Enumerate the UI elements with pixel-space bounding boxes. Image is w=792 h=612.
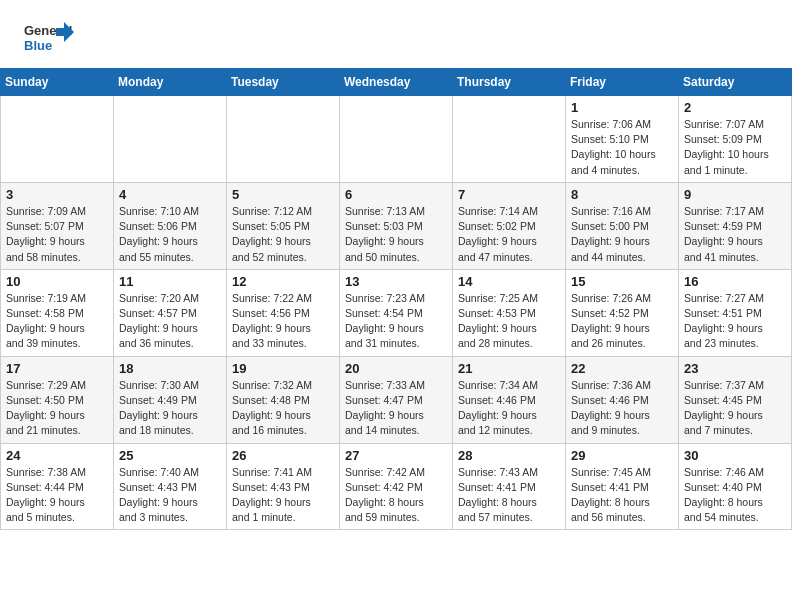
calendar-cell: 2Sunrise: 7:07 AM Sunset: 5:09 PM Daylig… (679, 96, 792, 183)
calendar-cell: 26Sunrise: 7:41 AM Sunset: 4:43 PM Dayli… (227, 443, 340, 530)
day-number: 19 (232, 361, 334, 376)
day-number: 23 (684, 361, 786, 376)
day-info: Sunrise: 7:14 AM Sunset: 5:02 PM Dayligh… (458, 204, 560, 265)
day-number: 5 (232, 187, 334, 202)
calendar-cell: 13Sunrise: 7:23 AM Sunset: 4:54 PM Dayli… (340, 269, 453, 356)
calendar-cell: 24Sunrise: 7:38 AM Sunset: 4:44 PM Dayli… (1, 443, 114, 530)
calendar-cell (114, 96, 227, 183)
day-info: Sunrise: 7:36 AM Sunset: 4:46 PM Dayligh… (571, 378, 673, 439)
logo: GeneralBlue (24, 18, 74, 58)
day-info: Sunrise: 7:09 AM Sunset: 5:07 PM Dayligh… (6, 204, 108, 265)
calendar-week-1: 1Sunrise: 7:06 AM Sunset: 5:10 PM Daylig… (1, 96, 792, 183)
calendar-cell: 20Sunrise: 7:33 AM Sunset: 4:47 PM Dayli… (340, 356, 453, 443)
calendar-week-3: 10Sunrise: 7:19 AM Sunset: 4:58 PM Dayli… (1, 269, 792, 356)
day-info: Sunrise: 7:25 AM Sunset: 4:53 PM Dayligh… (458, 291, 560, 352)
calendar-cell: 21Sunrise: 7:34 AM Sunset: 4:46 PM Dayli… (453, 356, 566, 443)
svg-text:Blue: Blue (24, 38, 52, 53)
day-number: 2 (684, 100, 786, 115)
calendar-table: SundayMondayTuesdayWednesdayThursdayFrid… (0, 68, 792, 530)
day-number: 13 (345, 274, 447, 289)
day-header-wednesday: Wednesday (340, 69, 453, 96)
day-number: 20 (345, 361, 447, 376)
day-info: Sunrise: 7:12 AM Sunset: 5:05 PM Dayligh… (232, 204, 334, 265)
day-info: Sunrise: 7:17 AM Sunset: 4:59 PM Dayligh… (684, 204, 786, 265)
calendar-cell: 7Sunrise: 7:14 AM Sunset: 5:02 PM Daylig… (453, 182, 566, 269)
day-header-monday: Monday (114, 69, 227, 96)
day-number: 4 (119, 187, 221, 202)
day-info: Sunrise: 7:34 AM Sunset: 4:46 PM Dayligh… (458, 378, 560, 439)
calendar-cell (227, 96, 340, 183)
day-number: 12 (232, 274, 334, 289)
calendar-header-row: SundayMondayTuesdayWednesdayThursdayFrid… (1, 69, 792, 96)
calendar-cell: 11Sunrise: 7:20 AM Sunset: 4:57 PM Dayli… (114, 269, 227, 356)
day-info: Sunrise: 7:07 AM Sunset: 5:09 PM Dayligh… (684, 117, 786, 178)
day-header-tuesday: Tuesday (227, 69, 340, 96)
day-number: 22 (571, 361, 673, 376)
calendar-cell: 18Sunrise: 7:30 AM Sunset: 4:49 PM Dayli… (114, 356, 227, 443)
day-number: 28 (458, 448, 560, 463)
day-info: Sunrise: 7:30 AM Sunset: 4:49 PM Dayligh… (119, 378, 221, 439)
calendar-cell: 14Sunrise: 7:25 AM Sunset: 4:53 PM Dayli… (453, 269, 566, 356)
day-info: Sunrise: 7:20 AM Sunset: 4:57 PM Dayligh… (119, 291, 221, 352)
day-info: Sunrise: 7:38 AM Sunset: 4:44 PM Dayligh… (6, 465, 108, 526)
day-info: Sunrise: 7:32 AM Sunset: 4:48 PM Dayligh… (232, 378, 334, 439)
calendar-cell: 22Sunrise: 7:36 AM Sunset: 4:46 PM Dayli… (566, 356, 679, 443)
day-info: Sunrise: 7:33 AM Sunset: 4:47 PM Dayligh… (345, 378, 447, 439)
day-info: Sunrise: 7:29 AM Sunset: 4:50 PM Dayligh… (6, 378, 108, 439)
calendar-cell: 3Sunrise: 7:09 AM Sunset: 5:07 PM Daylig… (1, 182, 114, 269)
calendar-cell: 29Sunrise: 7:45 AM Sunset: 4:41 PM Dayli… (566, 443, 679, 530)
day-number: 1 (571, 100, 673, 115)
day-number: 30 (684, 448, 786, 463)
day-info: Sunrise: 7:10 AM Sunset: 5:06 PM Dayligh… (119, 204, 221, 265)
day-number: 27 (345, 448, 447, 463)
day-info: Sunrise: 7:06 AM Sunset: 5:10 PM Dayligh… (571, 117, 673, 178)
day-number: 6 (345, 187, 447, 202)
logo: GeneralBlue (24, 18, 74, 58)
day-info: Sunrise: 7:22 AM Sunset: 4:56 PM Dayligh… (232, 291, 334, 352)
day-info: Sunrise: 7:45 AM Sunset: 4:41 PM Dayligh… (571, 465, 673, 526)
day-info: Sunrise: 7:43 AM Sunset: 4:41 PM Dayligh… (458, 465, 560, 526)
calendar-cell: 10Sunrise: 7:19 AM Sunset: 4:58 PM Dayli… (1, 269, 114, 356)
calendar-cell: 17Sunrise: 7:29 AM Sunset: 4:50 PM Dayli… (1, 356, 114, 443)
day-number: 17 (6, 361, 108, 376)
day-info: Sunrise: 7:23 AM Sunset: 4:54 PM Dayligh… (345, 291, 447, 352)
day-header-saturday: Saturday (679, 69, 792, 96)
day-info: Sunrise: 7:42 AM Sunset: 4:42 PM Dayligh… (345, 465, 447, 526)
day-info: Sunrise: 7:16 AM Sunset: 5:00 PM Dayligh… (571, 204, 673, 265)
calendar-cell: 25Sunrise: 7:40 AM Sunset: 4:43 PM Dayli… (114, 443, 227, 530)
day-header-thursday: Thursday (453, 69, 566, 96)
day-number: 10 (6, 274, 108, 289)
page-header: GeneralBlue (0, 0, 792, 68)
day-info: Sunrise: 7:40 AM Sunset: 4:43 PM Dayligh… (119, 465, 221, 526)
day-number: 9 (684, 187, 786, 202)
day-info: Sunrise: 7:26 AM Sunset: 4:52 PM Dayligh… (571, 291, 673, 352)
calendar-cell: 1Sunrise: 7:06 AM Sunset: 5:10 PM Daylig… (566, 96, 679, 183)
day-info: Sunrise: 7:46 AM Sunset: 4:40 PM Dayligh… (684, 465, 786, 526)
calendar-cell: 5Sunrise: 7:12 AM Sunset: 5:05 PM Daylig… (227, 182, 340, 269)
calendar-cell (453, 96, 566, 183)
day-number: 16 (684, 274, 786, 289)
calendar-week-5: 24Sunrise: 7:38 AM Sunset: 4:44 PM Dayli… (1, 443, 792, 530)
calendar-cell: 9Sunrise: 7:17 AM Sunset: 4:59 PM Daylig… (679, 182, 792, 269)
calendar-cell: 8Sunrise: 7:16 AM Sunset: 5:00 PM Daylig… (566, 182, 679, 269)
calendar-cell (1, 96, 114, 183)
day-info: Sunrise: 7:19 AM Sunset: 4:58 PM Dayligh… (6, 291, 108, 352)
day-number: 26 (232, 448, 334, 463)
day-number: 3 (6, 187, 108, 202)
calendar-cell: 12Sunrise: 7:22 AM Sunset: 4:56 PM Dayli… (227, 269, 340, 356)
day-info: Sunrise: 7:41 AM Sunset: 4:43 PM Dayligh… (232, 465, 334, 526)
calendar-cell: 4Sunrise: 7:10 AM Sunset: 5:06 PM Daylig… (114, 182, 227, 269)
day-number: 8 (571, 187, 673, 202)
day-number: 24 (6, 448, 108, 463)
day-number: 25 (119, 448, 221, 463)
calendar-cell: 15Sunrise: 7:26 AM Sunset: 4:52 PM Dayli… (566, 269, 679, 356)
day-number: 14 (458, 274, 560, 289)
calendar-week-2: 3Sunrise: 7:09 AM Sunset: 5:07 PM Daylig… (1, 182, 792, 269)
calendar-cell: 30Sunrise: 7:46 AM Sunset: 4:40 PM Dayli… (679, 443, 792, 530)
day-info: Sunrise: 7:27 AM Sunset: 4:51 PM Dayligh… (684, 291, 786, 352)
calendar-cell: 6Sunrise: 7:13 AM Sunset: 5:03 PM Daylig… (340, 182, 453, 269)
day-number: 7 (458, 187, 560, 202)
calendar-week-4: 17Sunrise: 7:29 AM Sunset: 4:50 PM Dayli… (1, 356, 792, 443)
calendar-cell: 16Sunrise: 7:27 AM Sunset: 4:51 PM Dayli… (679, 269, 792, 356)
day-header-friday: Friday (566, 69, 679, 96)
